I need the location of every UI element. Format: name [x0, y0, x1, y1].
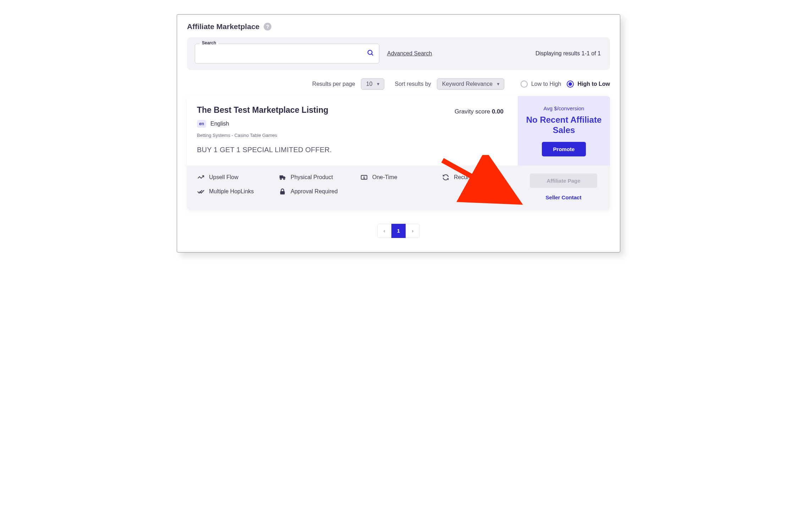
feature-grid: Upsell Flow Physical Product $ One-Time …: [197, 173, 526, 195]
feature-label: One-Time: [372, 174, 397, 181]
feature-label: Physical Product: [291, 174, 333, 181]
no-recent-sales: No Recent Affiliate Sales: [524, 115, 604, 135]
svg-point-2: [280, 178, 282, 179]
feature-physical: Physical Product: [279, 173, 360, 181]
page-number-button[interactable]: 1: [391, 224, 406, 238]
advanced-search-link[interactable]: Advanced Search: [387, 50, 432, 57]
page-prev-button[interactable]: ‹: [377, 224, 391, 238]
svg-rect-6: [280, 191, 285, 194]
radio-high-to-low[interactable]: [567, 81, 574, 88]
radio-low-to-high[interactable]: [521, 81, 528, 88]
main-panel: Affiliate Marketplace ? Search Advanced …: [177, 14, 620, 253]
avg-conversion-label: Avg $/conversion: [544, 105, 584, 111]
sort-select[interactable]: Keyword Relevance ▼: [437, 78, 504, 90]
svg-point-0: [368, 50, 372, 55]
feature-approval: Approval Required: [279, 188, 360, 195]
title-row: Affiliate Marketplace ?: [177, 22, 620, 37]
results-per-page-select[interactable]: 10 ▼: [361, 78, 384, 90]
radio-high-label: High to Low: [577, 81, 610, 87]
offer-text: BUY 1 GET 1 SPECIAL LIMITED OFFER.: [197, 146, 509, 154]
feature-upsell: Upsell Flow: [197, 173, 279, 181]
search-bar: Search Advanced Search Displaying result…: [187, 37, 610, 70]
affiliate-page-button: Affiliate Page: [530, 173, 597, 188]
promote-button[interactable]: Promote: [542, 142, 586, 156]
listing-top: The Best Test Marketplace Listing en Eng…: [187, 96, 610, 166]
dollar-box-icon: $: [360, 173, 368, 181]
listing-main: The Best Test Marketplace Listing en Eng…: [187, 96, 518, 166]
feature-label: Multiple HopLinks: [209, 188, 254, 195]
search-label: Search: [200, 40, 218, 45]
feature-label: Upsell Flow: [209, 174, 238, 181]
feature-multi-hoplinks: Multiple HopLinks: [197, 188, 279, 195]
chevron-down-icon: ▼: [376, 82, 380, 87]
listing-bottom: Upsell Flow Physical Product $ One-Time …: [187, 166, 610, 210]
language-row: en English: [197, 120, 509, 128]
side-links: Affiliate Page Seller Contact: [526, 173, 601, 200]
results-count: Displaying results 1-1 of 1: [535, 50, 601, 57]
filter-row: Results per page 10 ▼ Sort results by Ke…: [177, 70, 620, 96]
page-title: Affiliate Marketplace: [187, 22, 259, 31]
chevron-down-icon: ▼: [496, 82, 500, 87]
results-per-page-value: 10: [366, 81, 373, 87]
category-text: Betting Systems - Casino Table Games: [197, 133, 509, 138]
refresh-icon: [442, 173, 450, 181]
gravity-value: 0.00: [492, 108, 504, 115]
lock-icon: [279, 188, 286, 195]
language-badge: en: [197, 120, 206, 128]
sort-label: Sort results by: [395, 81, 431, 87]
language-name: English: [210, 121, 229, 127]
search-icon[interactable]: [367, 49, 374, 58]
page-next-button[interactable]: ›: [406, 224, 420, 238]
search-field-wrap: Search: [195, 44, 379, 63]
gravity-score: Gravity score 0.00: [455, 108, 504, 115]
svg-text:$: $: [363, 176, 365, 179]
gravity-label: Gravity score: [455, 108, 490, 115]
trending-up-icon: [197, 173, 205, 181]
svg-point-3: [284, 178, 285, 179]
radio-low-label: Low to High: [531, 81, 561, 87]
results-per-page-label: Results per page: [312, 81, 355, 87]
listing-card: The Best Test Marketplace Listing en Eng…: [187, 96, 610, 210]
order-low-group[interactable]: Low to High: [521, 81, 561, 88]
svg-line-1: [372, 54, 373, 55]
pagination: ‹ 1 ›: [177, 224, 620, 238]
sort-value: Keyword Relevance: [442, 81, 493, 87]
seller-contact-link[interactable]: Seller Contact: [546, 194, 582, 200]
search-input[interactable]: [195, 44, 379, 63]
feature-label: Recurring: [454, 174, 478, 181]
help-icon[interactable]: ?: [264, 23, 271, 31]
truck-icon: [279, 173, 286, 181]
feature-recurring: Recurring: [442, 173, 526, 181]
feature-one-time: $ One-Time: [360, 173, 442, 181]
order-high-group[interactable]: High to Low: [567, 81, 610, 88]
feature-label: Approval Required: [291, 188, 338, 195]
listing-side: Avg $/conversion No Recent Affiliate Sal…: [518, 96, 610, 166]
double-check-icon: [197, 188, 205, 195]
